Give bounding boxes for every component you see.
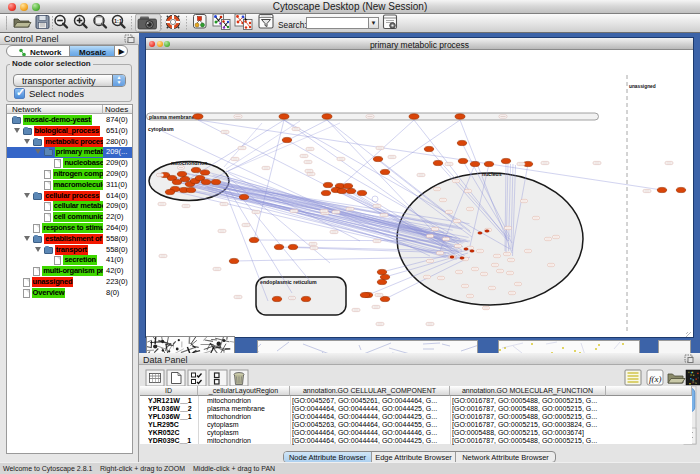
svg-text:f(x): f(x)	[649, 374, 662, 384]
svg-text:mitochondrion: mitochondrion	[171, 160, 207, 166]
svg-text:plasma membrane: plasma membrane	[149, 114, 195, 120]
svg-text:1:1: 1:1	[114, 18, 122, 24]
svg-text:unassigned: unassigned	[629, 84, 656, 89]
svg-text:cytoplasm: cytoplasm	[148, 126, 174, 132]
svg-text:nucleus: nucleus	[482, 171, 502, 177]
svg-text:endoplasmic reticulum: endoplasmic reticulum	[260, 279, 317, 285]
